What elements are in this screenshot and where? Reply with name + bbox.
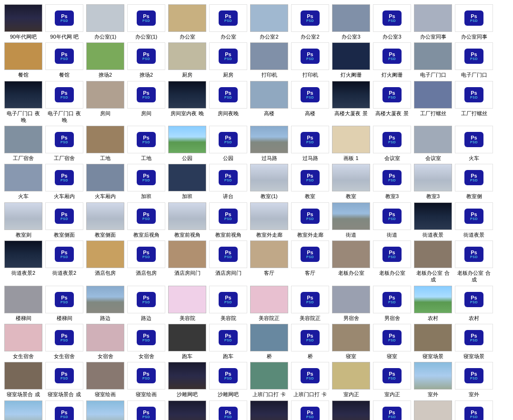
file-item[interactable]: PsPSD火车 [454, 125, 493, 161]
file-item[interactable]: PsPSD老板办公室 [372, 240, 412, 283]
file-item[interactable]: PsPSD过马路 [291, 125, 330, 161]
file-item[interactable]: 上班门口打 卡 [250, 361, 289, 398]
file-item[interactable]: PsPSD讲台 [209, 163, 248, 200]
file-item[interactable]: PsPSD高楼 [291, 80, 330, 124]
file-item[interactable]: 高楼大厦夜 景 [332, 80, 371, 124]
file-item[interactable]: 网吧横排 [250, 400, 289, 420]
file-item[interactable]: 教室(1) [250, 163, 289, 200]
file-item[interactable]: PsPSD老板办公室 合成 [454, 240, 493, 283]
file-item[interactable]: 老板办公室 [332, 240, 371, 283]
file-item[interactable]: 室外 [413, 361, 453, 398]
file-item[interactable]: 过马路 [250, 125, 289, 161]
file-item[interactable]: 农村 [413, 285, 453, 321]
file-item[interactable]: 火车厢内 [86, 163, 125, 200]
file-item[interactable]: PsPSD工地 [127, 125, 166, 161]
file-item[interactable]: 画板 1 [332, 125, 371, 161]
file-item[interactable]: PsPSD教室外走廊 [291, 202, 330, 238]
file-item[interactable]: 工厂打螺丝 [413, 80, 453, 124]
file-item[interactable]: PsPSD桥 [291, 323, 330, 360]
file-item[interactable]: PsPSD卧室(1) [454, 400, 493, 420]
file-item[interactable]: PsPSD农村 [454, 285, 493, 321]
file-item[interactable]: 老板办公室 合成 [413, 240, 453, 283]
file-item[interactable]: 教室 [332, 163, 371, 200]
file-item[interactable]: PsPSD教室3 [372, 163, 412, 200]
file-item[interactable]: 室内正 [332, 361, 371, 398]
file-item[interactable]: 办公室同事 [413, 4, 453, 40]
file-item[interactable]: PsPSD公园 [209, 125, 248, 161]
file-item[interactable]: 高楼 [250, 80, 289, 124]
file-item[interactable]: PsPSD男宿舍 [372, 285, 412, 321]
file-item[interactable]: 教室则 [4, 202, 43, 238]
file-item[interactable]: PsPSD会议室 [372, 125, 412, 161]
file-item[interactable]: PsPSD办公室 [209, 4, 248, 40]
file-item[interactable]: 男宿舍 [332, 285, 371, 321]
file-item[interactable]: 加班 [168, 163, 207, 200]
file-item[interactable]: PsPSD工厂宿舍 [45, 125, 84, 161]
file-item[interactable]: PsPSD电子厂门口 夜晚 [45, 80, 84, 124]
file-item[interactable]: PsPSD火车厢内 [45, 163, 84, 200]
file-item[interactable]: 卫生纸 [413, 400, 453, 420]
file-item[interactable]: 教室3 [413, 163, 453, 200]
file-item[interactable]: PsPSD酒店房间门 [209, 240, 248, 283]
file-item[interactable]: 工地 [86, 125, 125, 161]
file-item[interactable]: PsPSD90年代网 吧 [45, 4, 84, 40]
file-item[interactable]: PsPSD打印机 [291, 42, 330, 78]
file-item[interactable]: 女生宿舍 [4, 323, 43, 360]
file-item[interactable]: PsPSD教室 [291, 163, 330, 200]
file-item[interactable]: PsPSD寝室 [372, 323, 412, 360]
file-item[interactable]: 90年代网吧 [4, 4, 43, 40]
file-item[interactable]: 街道 [332, 202, 371, 238]
file-item[interactable]: PsPSD办公室(1) [127, 4, 166, 40]
file-item[interactable]: 沙雕网吧 [168, 361, 207, 398]
file-item[interactable]: PsPSD美容院正 [291, 285, 330, 321]
file-item[interactable]: PsPSD街道夜景2 [45, 240, 84, 283]
file-item[interactable]: 跑车 [168, 323, 207, 360]
file-item[interactable]: 教室前视角 [168, 202, 207, 238]
file-item[interactable]: 撩场2 [86, 42, 125, 78]
file-item[interactable]: 公园 [168, 125, 207, 161]
file-item[interactable]: PsPSD沙雕网吧 [209, 361, 248, 398]
file-item[interactable]: 电子厂门口 夜晚 [4, 80, 43, 124]
file-item[interactable]: 厨房 [168, 42, 207, 78]
file-item[interactable]: PsPSD教室后视角 [127, 202, 166, 238]
file-item[interactable]: PsPSD电子厂门口 [454, 42, 493, 78]
file-item[interactable]: PsPSD撩场2 [127, 42, 166, 78]
file-item[interactable]: PsPSD街道夜景 [454, 202, 493, 238]
file-item[interactable]: 寝室场景 [413, 323, 453, 360]
file-item[interactable]: PsPSD灯火阑珊 [372, 42, 412, 78]
file-item[interactable]: 酒店房间门 [168, 240, 207, 283]
file-item[interactable]: PsPSD房间 [127, 80, 166, 124]
file-item[interactable]: PsPSD教室侧面 [45, 202, 84, 238]
file-item[interactable]: PsPSD寝室场景 [454, 323, 493, 360]
file-item[interactable]: 教室侧面 [86, 202, 125, 238]
file-item[interactable]: 桥 [250, 323, 289, 360]
file-item[interactable]: PsPSD街道 [372, 202, 412, 238]
file-item[interactable]: PsPSD客厅 [291, 240, 330, 283]
file-item[interactable]: PsPSD楼梯间 [45, 285, 84, 321]
file-item[interactable]: PsPSD室内正 [372, 361, 412, 398]
file-item[interactable]: PsPSD网吧横排 [291, 400, 330, 420]
file-item[interactable]: PsPSD美容院 [209, 285, 248, 321]
file-item[interactable]: 办公室 [168, 4, 207, 40]
file-item[interactable]: PsPSD寝室绘画 [127, 361, 166, 398]
file-item[interactable]: PsPSD室外 [454, 361, 493, 398]
file-item[interactable]: 美容院 [168, 285, 207, 321]
file-item[interactable]: 寝室 [332, 323, 371, 360]
file-item[interactable]: 网吧前台 [332, 400, 371, 420]
file-item[interactable]: 客厅 [250, 240, 289, 283]
file-item[interactable]: 网吧VIP [168, 400, 207, 420]
file-item[interactable]: PsPSD餐馆 [45, 42, 84, 78]
file-item[interactable]: PsPSD厨房 [209, 42, 248, 78]
file-item[interactable]: 灯火阑珊 [332, 42, 371, 78]
file-item[interactable]: 火车 [4, 163, 43, 200]
file-item[interactable]: 寝室场景合 成 [4, 361, 43, 398]
file-item[interactable]: 天台 [4, 400, 43, 420]
file-item[interactable]: PsPSD办公室3 [372, 4, 412, 40]
file-item[interactable]: PsPSD女生宿舍 [45, 323, 84, 360]
file-item[interactable]: PsPSD酒店包房 [127, 240, 166, 283]
file-item[interactable]: 路边 [86, 285, 125, 321]
file-item[interactable]: 街道夜景 [413, 202, 453, 238]
file-item[interactable]: PsPSD房间夜晚 [209, 80, 248, 124]
file-item[interactable]: 教室外走廊 [250, 202, 289, 238]
file-item[interactable]: 办公室2 [250, 4, 289, 40]
